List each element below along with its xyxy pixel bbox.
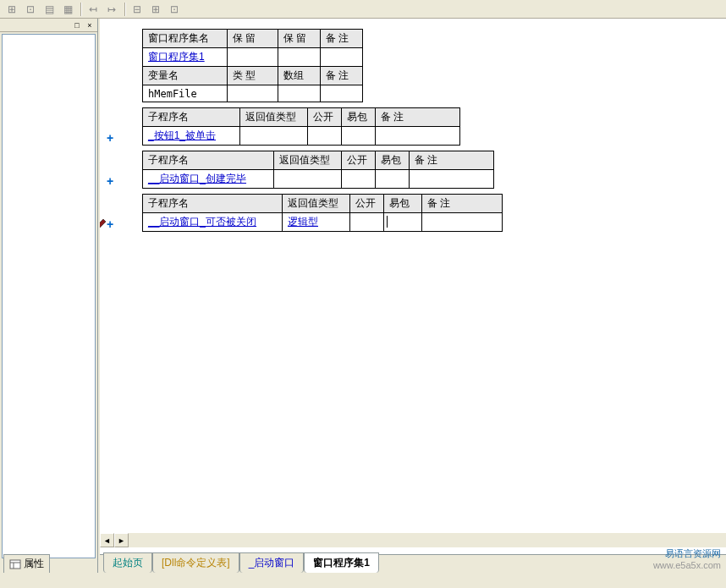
scroll-right-button[interactable]: ► [114,533,129,547]
toolbar-btn[interactable]: ⊡ [22,2,39,17]
header-cell: 返回值类型 [283,195,350,213]
header-cell: 保 留 [278,30,321,48]
tab-startup-window[interactable]: _启动窗口 [239,552,305,573]
editor-tabs: 起始页 [Dll命令定义表] _启动窗口 窗口程序集1 [100,554,726,573]
panel-content[interactable] [2,34,96,558]
header-cell: 窗口程序集名 [143,30,228,48]
properties-panel: □ × 属性 [0,19,98,573]
text-cursor [387,216,388,228]
watermark-title: 易语言资源网 [653,547,721,559]
toolbar-btn[interactable]: ⊟ [129,2,146,17]
data-cell[interactable] [321,48,363,67]
toolbar-btn[interactable]: ⊞ [3,2,20,17]
data-cell[interactable]: 逻辑型 [283,213,350,232]
tab-dll-commands[interactable]: [Dll命令定义表] [152,552,239,573]
header-cell: 保 留 [228,30,278,48]
data-cell[interactable] [308,127,342,146]
horizontal-scrollbar[interactable]: ◄ ► [100,533,726,547]
header-cell: 备 注 [422,195,503,213]
data-cell[interactable] [228,85,278,102]
data-cell[interactable] [321,85,363,102]
header-cell: 公开 [350,195,384,213]
expand-icon[interactable]: + [107,217,113,231]
header-cell: 公开 [308,108,342,127]
data-cell[interactable] [376,170,410,189]
properties-icon [9,559,21,569]
toolbar-btn[interactable]: ↤ [85,2,102,17]
data-cell[interactable] [228,48,278,67]
header-cell: 子程序名 [143,108,240,127]
header-cell: 子程序名 [143,151,274,170]
data-cell[interactable] [384,213,422,232]
toolbar-btn[interactable]: ↦ [103,2,120,17]
data-cell[interactable]: _按钮1_被单击 [143,127,240,146]
data-cell[interactable] [274,170,342,189]
data-cell[interactable] [422,213,503,232]
header-cell: 易包 [342,108,376,127]
dock-icon[interactable]: □ [71,20,83,30]
toolbar-separator [80,3,82,16]
data-cell[interactable] [278,48,321,67]
properties-tab-label: 属性 [24,557,44,571]
header-cell: 易包 [384,195,422,213]
window-set-table: 窗口程序集名 保 留 保 留 备 注 窗口程序集1 变量名 类 型 数组 备 注 [142,29,363,102]
header-cell: 返回值类型 [274,151,342,170]
svg-rect-0 [10,560,20,569]
watermark: 易语言资源网 www.e5a5x.com [653,547,721,571]
close-icon[interactable]: × [84,20,96,30]
header-cell: 类 型 [228,67,278,85]
toolbar-btn[interactable]: ⊞ [147,2,164,17]
header-cell: 子程序名 [143,195,283,213]
scroll-left-button[interactable]: ◄ [100,533,114,547]
data-cell[interactable]: __启动窗口_可否被关闭 [143,213,283,232]
properties-tab[interactable]: 属性 [3,554,50,573]
header-cell: 备 注 [410,151,494,170]
toolbar-btn[interactable]: ⊡ [166,2,183,17]
data-cell[interactable] [278,85,321,102]
subroutine-table-1: 子程序名 返回值类型 公开 易包 备 注 _按钮1_被单击 [142,107,460,146]
toolbar: ⊞ ⊡ ▤ ▦ ↤ ↦ ⊟ ⊞ ⊡ [0,0,726,19]
tab-start-page[interactable]: 起始页 [103,552,152,573]
main-area: □ × 属性 窗口程序集名 保 留 保 留 备 注 窗口程序集1 [0,19,726,573]
header-cell: 数组 [278,67,321,85]
editor-content[interactable]: 窗口程序集名 保 留 保 留 备 注 窗口程序集1 变量名 类 型 数组 备 注 [100,19,726,547]
toolbar-btn[interactable]: ▤ [41,2,58,17]
header-cell: 易包 [376,151,410,170]
expand-icon[interactable]: + [107,131,113,145]
data-cell[interactable]: 窗口程序集1 [143,48,228,67]
subroutine-table-3: 子程序名 返回值类型 公开 易包 备 注 __启动窗口_可否被关闭 逻辑型 [142,194,503,232]
data-cell[interactable] [376,127,460,146]
tab-window-set-1[interactable]: 窗口程序集1 [304,552,379,573]
data-cell[interactable] [342,170,376,189]
toolbar-btn[interactable]: ▦ [59,2,76,17]
data-cell[interactable] [240,127,308,146]
header-cell: 公开 [342,151,376,170]
header-cell: 备 注 [321,67,363,85]
header-cell: 返回值类型 [240,108,308,127]
data-cell[interactable]: hMemFile [143,85,228,102]
toolbar-separator [124,3,126,16]
header-cell: 备 注 [321,30,363,48]
panel-header: □ × [0,19,97,32]
data-cell[interactable] [410,170,494,189]
editor-area: 窗口程序集名 保 留 保 留 备 注 窗口程序集1 变量名 类 型 数组 备 注 [98,19,726,573]
data-cell[interactable] [342,127,376,146]
header-cell: 备 注 [376,108,460,127]
subroutine-table-2: 子程序名 返回值类型 公开 易包 备 注 __启动窗口_创建完毕 [142,151,494,189]
data-cell[interactable]: __启动窗口_创建完毕 [143,170,274,189]
watermark-url: www.e5a5x.com [653,559,721,571]
data-cell[interactable] [350,213,384,232]
expand-icon[interactable]: + [107,174,113,188]
header-cell: 变量名 [143,67,228,85]
